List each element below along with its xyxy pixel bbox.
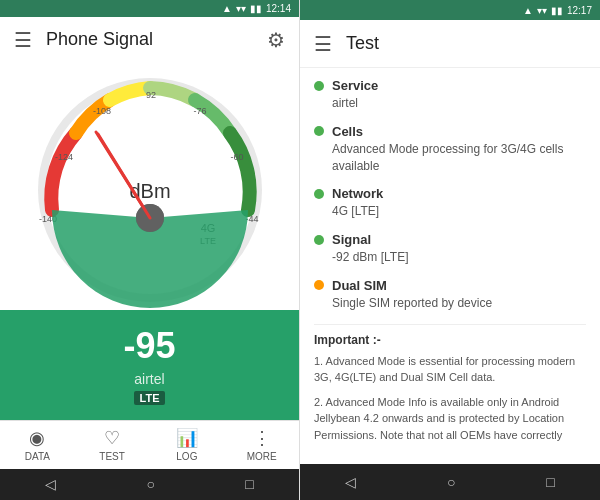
right-status-bar: ▲ ▾▾ ▮▮ 12:17 bbox=[300, 0, 600, 20]
carrier-name: airtel bbox=[134, 371, 164, 387]
right-title: Test bbox=[346, 33, 379, 54]
signal-header: Signal bbox=[314, 232, 586, 247]
left-status-bar: ▲ ▾▾ ▮▮ 12:14 bbox=[0, 0, 299, 17]
dual-sim-label: Dual SIM bbox=[332, 278, 387, 293]
right-home-icon[interactable]: ○ bbox=[447, 474, 455, 490]
home-icon[interactable]: ○ bbox=[147, 476, 155, 492]
service-dot bbox=[314, 81, 324, 91]
dual-sim-row: Dual SIM Single SIM reported by device bbox=[314, 278, 586, 312]
left-time: 12:14 bbox=[266, 3, 291, 14]
menu-icon[interactable]: ☰ bbox=[14, 28, 32, 52]
right-battery-icon: ▮▮ bbox=[551, 5, 563, 16]
signal-dbm-value: -92 dBm [LTE] bbox=[314, 249, 586, 266]
nav-test-label: TEST bbox=[99, 451, 125, 462]
settings-icon[interactable]: ⚙ bbox=[267, 28, 285, 52]
right-back-icon[interactable]: ◁ bbox=[345, 474, 356, 490]
right-menu-icon[interactable]: ☰ bbox=[314, 32, 332, 56]
lte-badge: LTE bbox=[134, 391, 166, 405]
service-label: Service bbox=[332, 78, 378, 93]
dual-sim-header: Dual SIM bbox=[314, 278, 586, 293]
svg-text:92: 92 bbox=[145, 90, 155, 100]
left-android-nav: ◁ ○ □ bbox=[0, 469, 299, 500]
log-icon: 📊 bbox=[176, 427, 198, 449]
signal-label: Signal bbox=[332, 232, 371, 247]
top-bar-left: ☰ Phone Signal bbox=[14, 28, 153, 52]
cells-dot bbox=[314, 126, 324, 136]
test-icon: ♡ bbox=[104, 427, 120, 449]
battery-icon: ▮▮ bbox=[250, 3, 262, 14]
network-value: 4G [LTE] bbox=[314, 203, 586, 220]
right-wifi-icon: ▾▾ bbox=[537, 5, 547, 16]
right-signal-icon: ▲ bbox=[523, 5, 533, 16]
service-value: airtel bbox=[314, 95, 586, 112]
svg-text:-60: -60 bbox=[230, 152, 243, 162]
nav-log[interactable]: 📊 LOG bbox=[150, 421, 225, 469]
right-content: Service airtel Cells Advanced Mode proce… bbox=[300, 68, 600, 464]
nav-data[interactable]: ◉ DATA bbox=[0, 421, 75, 469]
nav-test[interactable]: ♡ TEST bbox=[75, 421, 150, 469]
cells-value: Advanced Mode processing for 3G/4G cells… bbox=[314, 141, 586, 175]
service-header: Service bbox=[314, 78, 586, 93]
more-icon: ⋮ bbox=[253, 427, 271, 449]
signal-icon: ▲ bbox=[222, 3, 232, 14]
signal-row: Signal -92 dBm [LTE] bbox=[314, 232, 586, 266]
important-point-2: 2. Advanced Mode Info is available only … bbox=[314, 394, 586, 444]
nav-more[interactable]: ⋮ MORE bbox=[224, 421, 299, 469]
cells-header: Cells bbox=[314, 124, 586, 139]
right-panel: ▲ ▾▾ ▮▮ 12:17 ☰ Test Service airtel Cell… bbox=[300, 0, 600, 500]
wifi-icon: ▾▾ bbox=[236, 3, 246, 14]
nav-data-label: DATA bbox=[25, 451, 50, 462]
bottom-nav: ◉ DATA ♡ TEST 📊 LOG ⋮ MORE bbox=[0, 420, 299, 469]
right-recents-icon[interactable]: □ bbox=[546, 474, 554, 490]
right-top-bar: ☰ Test bbox=[300, 20, 600, 68]
network-dot bbox=[314, 189, 324, 199]
svg-text:dBm: dBm bbox=[129, 180, 170, 202]
nav-more-label: MORE bbox=[247, 451, 277, 462]
network-label: Network bbox=[332, 186, 383, 201]
recents-icon[interactable]: □ bbox=[245, 476, 253, 492]
cells-label: Cells bbox=[332, 124, 363, 139]
gauge-area: -140 -124 -108 92 -76 -60 -44 dBm 4G LTE bbox=[0, 62, 299, 310]
dual-sim-dot bbox=[314, 280, 324, 290]
important-heading: Important :- bbox=[314, 333, 586, 347]
network-header: Network bbox=[314, 186, 586, 201]
gauge-container: -140 -124 -108 92 -76 -60 -44 dBm 4G LTE bbox=[30, 70, 270, 310]
data-icon: ◉ bbox=[29, 427, 45, 449]
signal-dot bbox=[314, 235, 324, 245]
service-row: Service airtel bbox=[314, 78, 586, 112]
svg-text:-124: -124 bbox=[54, 152, 72, 162]
right-time: 12:17 bbox=[567, 5, 592, 16]
left-top-bar: ☰ Phone Signal ⚙ bbox=[0, 17, 299, 61]
signal-value-area: -95 airtel LTE bbox=[0, 310, 299, 420]
important-point-1: 1. Advanced Mode is essential for proces… bbox=[314, 353, 586, 386]
important-section: Important :- 1. Advanced Mode is essenti… bbox=[314, 324, 586, 444]
svg-text:-108: -108 bbox=[92, 106, 110, 116]
app-title: Phone Signal bbox=[46, 29, 153, 50]
network-row: Network 4G [LTE] bbox=[314, 186, 586, 220]
svg-text:-76: -76 bbox=[193, 106, 206, 116]
signal-value: -95 bbox=[123, 325, 175, 367]
right-android-nav: ◁ ○ □ bbox=[300, 464, 600, 500]
cells-row: Cells Advanced Mode processing for 3G/4G… bbox=[314, 124, 586, 175]
gauge-svg: -140 -124 -108 92 -76 -60 -44 dBm 4G LTE bbox=[30, 70, 270, 310]
left-panel: ▲ ▾▾ ▮▮ 12:14 ☰ Phone Signal ⚙ bbox=[0, 0, 300, 500]
back-icon[interactable]: ◁ bbox=[45, 476, 56, 492]
nav-log-label: LOG bbox=[176, 451, 197, 462]
dual-sim-value: Single SIM reported by device bbox=[314, 295, 586, 312]
